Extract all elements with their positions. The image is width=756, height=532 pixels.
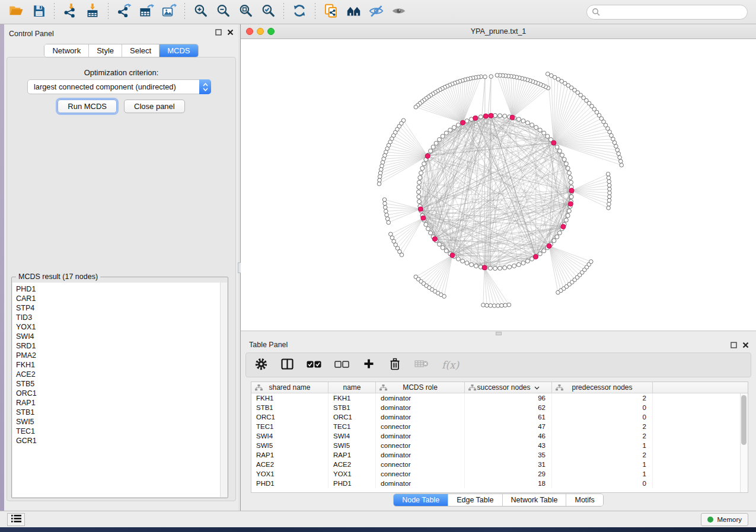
column-header-predecessor-nodes[interactable]: predecessor nodes [552, 382, 653, 393]
zoom-selected-button[interactable] [257, 2, 279, 22]
mcds-node-item[interactable]: PHD1 [12, 284, 220, 294]
mcds-node-item[interactable]: CAR1 [12, 294, 220, 303]
table-toolbar: f(x) [245, 352, 751, 377]
window-zoom-traffic-light[interactable] [267, 28, 275, 35]
export-table-button[interactable] [135, 2, 158, 22]
table-scrollbar[interactable] [740, 393, 748, 492]
network-graph[interactable] [241, 39, 756, 331]
table-cell: STB1 [251, 403, 328, 412]
mcds-node-item[interactable]: FKH1 [12, 360, 220, 370]
float-panel-icon[interactable] [731, 340, 737, 351]
mcds-node-item[interactable]: STP4 [12, 303, 220, 313]
column-header-MCDS-role[interactable]: MCDS role [376, 382, 465, 393]
table-row[interactable]: TEC1TEC1connector472 [251, 422, 748, 431]
table-row[interactable]: PHD1PHD1dominator180 [251, 479, 748, 488]
criterion-dropdown[interactable]: largest connected component (undirected) [27, 79, 211, 94]
column-header-name[interactable]: name [328, 382, 376, 393]
column-label: name [343, 383, 361, 392]
export-network-button[interactable] [113, 2, 135, 22]
mcds-node-item[interactable]: STB1 [12, 408, 220, 417]
import-network-button[interactable] [59, 2, 81, 22]
table-row[interactable]: SWI5SWI5connector431 [251, 441, 748, 450]
mcds-node-item[interactable]: GCR1 [12, 436, 220, 446]
delete-table-button[interactable] [414, 357, 429, 373]
table-cell: 1 [552, 441, 653, 450]
table-row[interactable]: YOX1YOX1connector291 [251, 469, 748, 479]
new-network-from-selection-button[interactable] [320, 2, 342, 22]
table-panel-title: Table Panel [249, 341, 288, 349]
memory-button[interactable]: Memory [701, 513, 748, 526]
show-all-button[interactable] [387, 2, 410, 22]
tab-network-table[interactable]: Network Table [502, 494, 566, 506]
column-header-shared-name[interactable]: shared name [251, 382, 328, 393]
table-cell: 31 [465, 460, 552, 469]
table-cell: 46 [465, 431, 552, 441]
control-panel-title: Control Panel [9, 30, 54, 38]
deselect-all-button[interactable] [334, 357, 349, 373]
tab-edge-table[interactable]: Edge Table [448, 494, 502, 506]
tab-mcds[interactable]: MCDS [159, 44, 197, 57]
tab-style[interactable]: Style [88, 44, 122, 57]
table-scrollbar-thumb[interactable] [741, 395, 747, 445]
task-history-button[interactable] [7, 513, 25, 526]
add-column-button[interactable] [362, 357, 375, 373]
table-cell: RAP1 [328, 450, 376, 460]
table-settings-button[interactable] [254, 357, 267, 373]
network-window-titlebar[interactable]: YPA_prune.txt_1 [241, 24, 756, 39]
float-panel-icon[interactable] [215, 29, 222, 37]
mcds-node-item[interactable]: ACE2 [12, 370, 220, 379]
hide-selected-button[interactable] [365, 2, 387, 22]
table-cell: 62 [465, 403, 552, 412]
open-file-button[interactable] [5, 2, 27, 22]
zoom-out-button[interactable] [212, 2, 234, 22]
table-row[interactable]: RAP1RAP1dominator352 [251, 450, 748, 460]
mcds-node-item[interactable]: TEC1 [12, 427, 220, 436]
zoom-in-button[interactable] [189, 2, 212, 22]
horizontal-splitter[interactable] [241, 331, 756, 335]
run-mcds-button[interactable]: Run MCDS [58, 100, 117, 113]
table-cell: 1 [552, 460, 653, 469]
table-row[interactable]: STB1STB1dominator620 [251, 403, 748, 412]
close-panel-button[interactable]: Close panel [124, 100, 185, 113]
mcds-node-item[interactable]: TID3 [12, 313, 220, 322]
column-header-successor-nodes[interactable]: successor nodes [465, 382, 552, 393]
function-builder-button[interactable]: f(x) [442, 357, 459, 373]
mcds-node-item[interactable]: SWI5 [12, 417, 220, 427]
refresh-button[interactable] [288, 2, 311, 22]
mcds-node-item[interactable]: SRD1 [12, 341, 220, 351]
mcds-node-item[interactable]: YOX1 [12, 322, 220, 332]
tab-node-table[interactable]: Node Table [394, 494, 448, 506]
table-row[interactable]: SWI4SWI4dominator462 [251, 431, 748, 441]
table-cell: 18 [465, 479, 552, 488]
window-minimize-traffic-light[interactable] [257, 28, 264, 35]
select-all-button[interactable] [307, 357, 321, 373]
mcds-node-item[interactable]: PMA2 [12, 351, 220, 360]
close-panel-icon[interactable] [742, 340, 749, 351]
zoom-fit-button[interactable] [234, 2, 257, 22]
mcds-node-item[interactable]: SWI4 [12, 332, 220, 341]
search-input[interactable] [586, 5, 748, 20]
tab-motifs[interactable]: Motifs [566, 494, 602, 506]
table-cell: connector [376, 422, 465, 431]
save-session-button[interactable] [27, 2, 50, 22]
table-row[interactable]: ACE2ACE2connector311 [251, 460, 748, 469]
toggle-columns-button[interactable] [280, 357, 294, 373]
tab-network[interactable]: Network [44, 44, 88, 57]
table-row[interactable]: ORC1ORC1dominator610 [251, 412, 748, 422]
mcds-list-scrollbar[interactable] [220, 283, 227, 497]
table-cell: ORC1 [328, 412, 376, 422]
first-neighbors-button[interactable] [342, 2, 365, 22]
export-image-button[interactable] [158, 2, 180, 22]
delete-column-button[interactable] [388, 357, 401, 373]
tab-select[interactable]: Select [122, 44, 159, 57]
window-close-traffic-light[interactable] [246, 28, 253, 35]
mcds-node-item[interactable]: RAP1 [12, 398, 220, 408]
network-canvas[interactable] [241, 39, 756, 331]
table-row[interactable]: FKH1FKH1dominator962 [251, 393, 748, 403]
mcds-node-item[interactable]: STB5 [12, 379, 220, 389]
open-folder-icon [8, 3, 24, 21]
mcds-node-item[interactable]: ORC1 [12, 389, 220, 398]
import-table-button[interactable] [81, 2, 104, 22]
table-cell: 1 [552, 469, 653, 479]
close-panel-icon[interactable] [227, 29, 234, 37]
